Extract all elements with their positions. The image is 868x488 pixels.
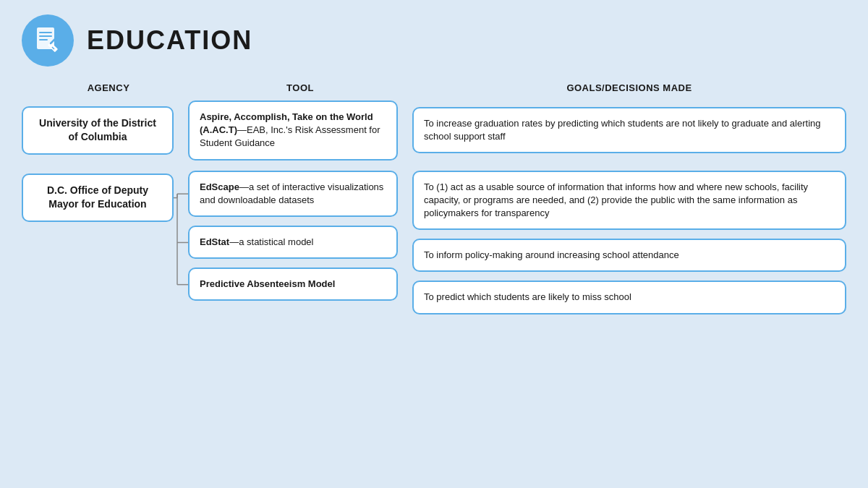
- agency-cell-1: University of the District of Columbia: [22, 106, 181, 155]
- goal-card-2b: To inform policy-making around increasin…: [412, 239, 846, 272]
- agency-card-1: University of the District of Columbia: [22, 106, 174, 155]
- tool-bold-2a: EdScape: [200, 181, 239, 192]
- goal-card-2c: To predict which students are likely to …: [412, 281, 846, 314]
- goal-cell-1: To increase graduation rates by predicti…: [405, 107, 846, 153]
- goal-card-1: To increase graduation rates by predicti…: [412, 107, 846, 153]
- agency2-right-col: To (1) act as a usable source of informa…: [405, 171, 846, 314]
- tool-card-2a: EdScape—a set of interactive visualizati…: [188, 171, 398, 217]
- tool-bold-2c: Predictive Absenteeism Model: [200, 278, 335, 289]
- tool-card-2b: EdStat—a statistical model: [188, 226, 398, 259]
- education-document-icon: [33, 25, 63, 56]
- tool-card-1: Aspire, Accomplish, Take on the World (A…: [188, 100, 398, 160]
- goal-text-2b: To inform policy-making around increasin…: [424, 249, 679, 260]
- agency-name-1: University of the District of Columbia: [39, 117, 156, 143]
- agency2-section: D.C. Office of Deputy Mayor for Educatio…: [22, 171, 846, 314]
- col-header-tool: TOOL: [188, 82, 412, 93]
- row-1: University of the District of Columbia A…: [22, 100, 846, 160]
- header: EDUCATION: [22, 14, 846, 67]
- col-header-goals: GOALS/DECISIONS MADE: [412, 82, 846, 93]
- column-headers: AGENCY TOOL GOALS/DECISIONS MADE: [22, 82, 846, 93]
- tool-card-2c: Predictive Absenteeism Model: [188, 267, 398, 301]
- agency2-middle-col: EdScape—a set of interactive visualizati…: [181, 171, 405, 314]
- goal-text-2c: To predict which students are likely to …: [424, 291, 631, 302]
- tool-bold-2b: EdStat: [200, 236, 229, 247]
- tool-cell-1: Aspire, Accomplish, Take on the World (A…: [181, 100, 405, 160]
- goal-card-2a: To (1) act as a usable source of informa…: [412, 171, 846, 231]
- goal-text-2a: To (1) act as a usable source of informa…: [424, 181, 808, 218]
- agency-card-2: D.C. Office of Deputy Mayor for Educatio…: [22, 174, 174, 222]
- agency-name-2: D.C. Office of Deputy Mayor for Educatio…: [47, 184, 148, 210]
- header-icon-circle: [22, 14, 74, 67]
- tool-rest-2b: —a statistical model: [229, 236, 313, 247]
- agency2-left-col: D.C. Office of Deputy Mayor for Educatio…: [22, 171, 181, 314]
- page-title: EDUCATION: [87, 25, 252, 56]
- page: EDUCATION AGENCY TOOL GOALS/DECISIONS MA…: [0, 0, 868, 488]
- col-header-agency: AGENCY: [29, 82, 188, 93]
- main-layout: University of the District of Columbia A…: [22, 100, 846, 314]
